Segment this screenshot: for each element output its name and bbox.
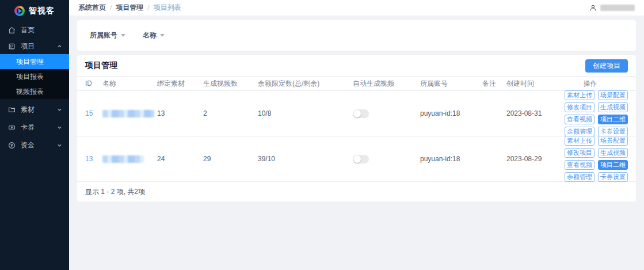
account-value: puyuan-id:18	[420, 109, 482, 117]
username-redacted	[600, 5, 635, 11]
column-header-remark: 备注	[482, 79, 506, 89]
user-menu[interactable]	[589, 4, 635, 12]
edit-project-button[interactable]: 修改项目	[565, 148, 595, 158]
project-name-redacted[interactable]	[102, 110, 154, 117]
generate-video-button[interactable]: 生成视频	[598, 102, 628, 112]
edit-project-button[interactable]: 修改项目	[565, 102, 595, 112]
quota-value: 39/10	[258, 155, 353, 163]
project-submenu: 项目管理 项目报表 视频报表	[0, 54, 69, 99]
bound-material-value: 13	[157, 109, 203, 117]
sidebar-item-label: 首页	[21, 25, 35, 35]
coupon-setting-button[interactable]: 卡券设置	[598, 127, 628, 136]
sidebar-item-home[interactable]: 首页	[0, 22, 69, 38]
row-actions: 素材上传 场景配置 修改项目 生成视频 查看视频 项目二维码 余额管理 卡券设置	[565, 136, 628, 182]
coupon-icon	[8, 124, 16, 131]
column-header-actions: 操作	[552, 79, 628, 89]
created-value: 2023-08-31	[506, 109, 552, 117]
breadcrumb-current: 项目列表	[154, 3, 181, 13]
home-icon	[8, 26, 16, 34]
column-header-quota: 余额限定数(总/剩余)	[258, 79, 353, 89]
bound-material-value: 24	[157, 155, 203, 163]
sidebar-item-project[interactable]: 项目	[0, 38, 69, 54]
pagination-summary: 显示 1 - 2 项, 共2项	[77, 182, 636, 201]
project-icon	[8, 43, 16, 50]
upload-material-button[interactable]: 素材上传	[565, 136, 595, 146]
breadcrumb-home[interactable]: 系统首页	[78, 3, 106, 13]
sidebar-item-label: 项目	[21, 41, 35, 51]
breadcrumb-separator: /	[147, 4, 149, 12]
user-icon	[589, 4, 597, 12]
chevron-down-icon	[57, 143, 62, 148]
filter-name-label: 名称	[143, 31, 157, 40]
sidebar-item-project-manage[interactable]: 项目管理	[0, 54, 69, 69]
column-header-name: 名称	[102, 79, 157, 89]
panel-header: 项目管理 创建项目	[77, 55, 636, 76]
generate-video-button[interactable]: 生成视频	[598, 148, 628, 158]
column-header-created: 创建时间	[506, 79, 552, 89]
sidebar: 智视客 首页 项目 项目管理 项目报表 视频报表 素材 卡券	[0, 0, 69, 270]
column-header-bound-material: 绑定素材	[157, 79, 203, 89]
breadcrumb-separator: /	[110, 4, 112, 12]
project-qrcode-button[interactable]: 项目二维码	[598, 160, 628, 170]
view-video-button[interactable]: 查看视频	[565, 115, 595, 124]
app-logo-icon	[14, 6, 25, 16]
sidebar-item-funds[interactable]: 资金	[0, 137, 69, 153]
project-qrcode-button[interactable]: 项目二维码	[598, 115, 628, 124]
balance-manage-button[interactable]: 余额管理	[565, 172, 595, 182]
app-logo-text: 智视客	[29, 6, 55, 16]
scene-config-button[interactable]: 场景配置	[598, 90, 628, 100]
panel-title: 项目管理	[85, 60, 117, 71]
column-header-auto-generate: 自动生成视频	[353, 79, 420, 89]
column-header-account: 所属账号	[420, 79, 482, 89]
upload-material-button[interactable]: 素材上传	[565, 90, 595, 100]
project-id-link[interactable]: 13	[85, 155, 93, 163]
sidebar-item-material[interactable]: 素材	[0, 101, 69, 117]
caret-down-icon	[121, 34, 125, 37]
create-project-button[interactable]: 创建项目	[585, 59, 628, 73]
sidebar-item-label: 资金	[21, 140, 35, 150]
project-panel: 项目管理 创建项目 ID 名称 绑定素材 生成视频数 余额限定数(总/剩余) 自…	[77, 55, 636, 201]
scene-config-button[interactable]: 场景配置	[598, 136, 628, 146]
table-row: 13 24 29 39/10 puyuan-id:18 2023-08-29 素…	[77, 136, 636, 182]
filter-account-dropdown[interactable]: 所属账号	[90, 31, 125, 40]
column-header-video-count: 生成视频数	[203, 79, 258, 89]
sidebar-item-coupon[interactable]: 卡券	[0, 119, 69, 135]
auto-generate-toggle[interactable]	[353, 109, 369, 118]
top-header: 系统首页 / 项目管理 / 项目列表	[69, 0, 644, 16]
chevron-down-icon	[57, 107, 62, 112]
coupon-setting-button[interactable]: 卡券设置	[598, 172, 628, 182]
sidebar-item-label: 卡券	[21, 123, 35, 132]
created-value: 2023-08-29	[506, 155, 552, 163]
table-header-row: ID 名称 绑定素材 生成视频数 余额限定数(总/剩余) 自动生成视频 所属账号…	[77, 76, 636, 91]
project-id-link[interactable]: 15	[85, 109, 93, 117]
table-row: 15 13 2 10/8 puyuan-id:18 2023-08-31 素材上…	[77, 91, 636, 136]
project-name-redacted[interactable]	[102, 155, 144, 163]
view-video-button[interactable]: 查看视频	[565, 160, 595, 170]
account-value: puyuan-id:18	[420, 155, 482, 163]
video-count-value: 2	[203, 109, 258, 117]
funds-icon	[8, 142, 16, 149]
folder-icon	[8, 106, 16, 113]
quota-value: 10/8	[258, 109, 353, 117]
chevron-down-icon	[57, 125, 62, 130]
balance-manage-button[interactable]: 余额管理	[565, 127, 595, 136]
breadcrumb-project-manage[interactable]: 项目管理	[116, 3, 143, 13]
video-count-value: 29	[203, 155, 258, 163]
auto-generate-toggle[interactable]	[353, 155, 369, 163]
sidebar-item-video-report[interactable]: 视频报表	[0, 84, 69, 99]
filter-name-dropdown[interactable]: 名称	[143, 31, 165, 40]
column-header-id: ID	[85, 79, 102, 88]
filter-bar: 所属账号 名称	[77, 20, 636, 51]
filter-account-label: 所属账号	[90, 31, 117, 40]
sidebar-item-project-report[interactable]: 项目报表	[0, 69, 69, 84]
chevron-up-icon	[57, 44, 62, 49]
caret-down-icon	[160, 34, 165, 37]
app-logo[interactable]: 智视客	[0, 0, 69, 22]
row-actions: 素材上传 场景配置 修改项目 生成视频 查看视频 项目二维码 余额管理 卡券设置	[565, 90, 628, 136]
sidebar-item-label: 素材	[21, 105, 35, 115]
